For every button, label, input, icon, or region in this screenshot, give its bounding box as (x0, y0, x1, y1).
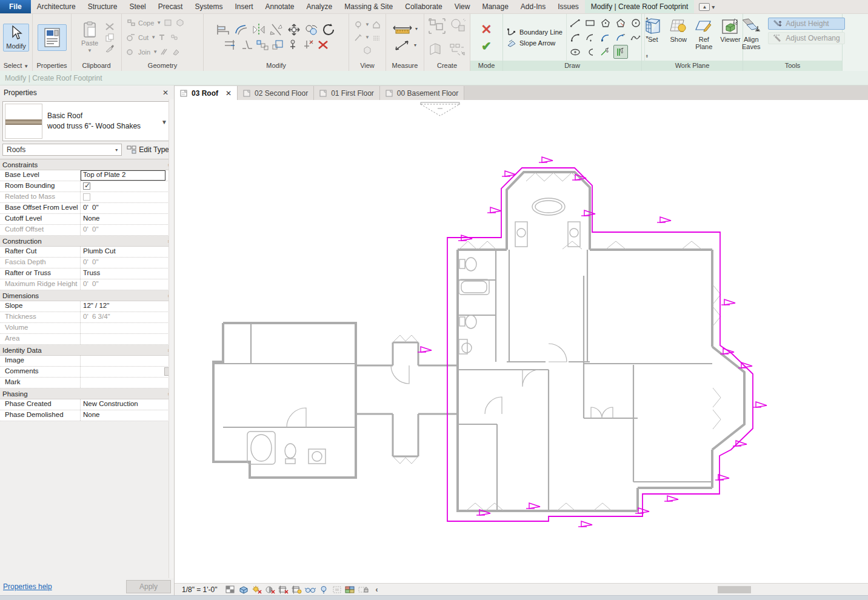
draw-center-ends-arc-tool[interactable] (583, 30, 598, 44)
adjust-height-button[interactable]: Adjust Height (768, 18, 844, 30)
base-level-input[interactable]: Top of Plate 2 (81, 170, 165, 181)
delete-icon[interactable] (316, 39, 330, 51)
trim-extend-icon[interactable] (223, 38, 239, 52)
view-tab-02-second-floor[interactable]: 02 Second Floor (238, 86, 314, 100)
tab-view[interactable]: View (449, 0, 476, 13)
section-marker[interactable] (421, 102, 459, 116)
draw-start-end-radius-arc-tool[interactable] (568, 30, 583, 44)
array-icon[interactable] (256, 39, 269, 51)
property-row-rafter-cut[interactable]: Rafter Cut Plumb Cut (0, 247, 174, 258)
show-work-plane-button[interactable]: Show (666, 16, 690, 44)
type-selector[interactable]: Basic Roof wood truss 6"- Wood Shakes ▼ (2, 101, 172, 141)
tab-manage[interactable]: Manage (476, 0, 514, 13)
tab-annotate[interactable]: Annotate (259, 0, 300, 13)
horizontal-scrollbar[interactable] (387, 585, 868, 594)
create-parts-icon[interactable] (449, 42, 467, 57)
paste-button[interactable]: Paste ▼ (78, 19, 101, 55)
move-icon[interactable] (286, 23, 302, 36)
draw-fillet-arc-tool[interactable] (613, 30, 628, 44)
panel-select-label[interactable]: Select ▼ (0, 61, 32, 71)
copy-icon[interactable] (105, 33, 115, 42)
pin-icon[interactable] (286, 39, 299, 51)
property-row-cutoff-level[interactable]: Cutoff Level None (0, 214, 174, 225)
create-similar-icon[interactable] (449, 18, 467, 35)
lightbulb-icon[interactable] (354, 21, 362, 29)
sun-path-icon[interactable] (252, 585, 262, 595)
category-filter-dropdown[interactable]: Roofs ▾ (2, 144, 122, 156)
create-group-icon[interactable] (428, 18, 446, 35)
measure-ruler-icon[interactable] (392, 24, 413, 34)
pick-walls-tool[interactable] (613, 45, 628, 59)
edit-type-button[interactable]: Edit Type (124, 144, 172, 156)
boundary-line-option[interactable]: Boundary Line (507, 28, 563, 36)
close-icon[interactable]: ✕ (225, 89, 232, 98)
scale-control[interactable]: 1/8" = 1'-0" (182, 585, 218, 594)
draw-line-tool[interactable] (568, 16, 583, 30)
walls-outer[interactable] (213, 172, 744, 512)
tab-add-ins[interactable]: Add-Ins (515, 0, 552, 13)
rafter-or-truss-value[interactable]: Truss (81, 268, 174, 279)
worksharing-display-icon[interactable] (345, 585, 356, 595)
thin-lines-brush-icon[interactable] (354, 33, 362, 42)
unpin-icon[interactable] (301, 39, 315, 51)
join-button[interactable]: Join ▼ (127, 45, 181, 59)
modify-button[interactable]: Modify (3, 24, 28, 52)
visual-style-icon[interactable] (238, 585, 249, 595)
image-value[interactable] (81, 356, 174, 366)
tab-analyze[interactable]: Analyze (301, 0, 339, 13)
base-offset-value[interactable]: 0' 0" (81, 203, 174, 213)
tab-insert[interactable]: Insert (229, 0, 259, 13)
property-row-mark[interactable]: Mark (0, 378, 174, 388)
phase-demolished-value[interactable]: None (81, 410, 174, 421)
create-assembly-icon[interactable] (428, 42, 446, 57)
tab-collaborate[interactable]: Collaborate (399, 0, 448, 13)
tab-structure[interactable]: Structure (82, 0, 124, 13)
match-type-brush-icon[interactable] (105, 44, 115, 53)
editable-only-icon[interactable] (358, 585, 369, 595)
drawing-canvas[interactable] (175, 100, 868, 583)
crop-view-icon[interactable] (278, 585, 289, 595)
tab-file[interactable]: File (0, 0, 31, 13)
split-icon[interactable] (241, 39, 254, 51)
mark-value[interactable] (81, 378, 174, 388)
align-icon[interactable] (216, 23, 232, 36)
view-tab-01-first-floor[interactable]: 01 First Floor (314, 86, 380, 100)
tab-precast[interactable]: Precast (152, 0, 189, 13)
close-icon[interactable]: ✕ (161, 88, 170, 97)
slope-arrow-option[interactable]: Slope Arrow (507, 39, 563, 47)
ref-plane-button[interactable]: Ref Plane (692, 16, 716, 52)
draw-tangent-arc-tool[interactable] (598, 30, 613, 44)
property-row-room-bounding[interactable]: Room Bounding (0, 181, 174, 192)
scale-icon[interactable] (271, 39, 284, 51)
offset-icon[interactable] (233, 23, 249, 36)
property-row-base-level[interactable]: Base Level Top of Plate 2 (0, 170, 174, 181)
pick-lines-tool[interactable] (598, 45, 613, 59)
property-row-image[interactable]: Image (0, 356, 174, 367)
draw-rectangle-tool[interactable] (583, 16, 598, 30)
property-row-phase-demolished[interactable]: Phase Demolished None (0, 410, 174, 421)
section-dimensions[interactable]: Dimensions» (0, 290, 174, 301)
section-constraints[interactable]: Constraints» (0, 159, 174, 170)
rotate-icon[interactable] (321, 23, 337, 36)
property-row-slope[interactable]: Slope 12" / 12" (0, 301, 174, 312)
tab-systems[interactable]: Systems (189, 0, 229, 13)
cope-button[interactable]: Cope ▼ (127, 16, 184, 30)
finish-sketch-button[interactable]: ✔ (481, 39, 492, 53)
cancel-sketch-button[interactable]: ✕ (481, 22, 492, 38)
align-eaves-button[interactable]: Align Eaves (738, 16, 764, 52)
properties-help-link[interactable]: Properties help (3, 582, 52, 591)
mirror-icon[interactable] (251, 23, 267, 36)
set-work-plane-button[interactable]: Set (641, 16, 665, 44)
rafter-cut-value[interactable]: Plumb Cut (81, 247, 174, 257)
draw-ellipse-tool[interactable] (568, 45, 583, 59)
guide-grid-icon[interactable] (372, 33, 381, 42)
roof-footprint-sketch[interactable] (447, 168, 753, 521)
property-row-phase-created[interactable]: Phase Created New Construction (0, 399, 174, 410)
properties-toggle-button[interactable] (38, 24, 67, 51)
tab-massing-site[interactable]: Massing & Site (338, 0, 399, 13)
section-phasing[interactable]: Phasing» (0, 388, 174, 399)
property-row-comments[interactable]: Comments (0, 367, 174, 378)
mirror-draw-axis-icon[interactable] (269, 23, 284, 36)
pan-left-icon[interactable]: ‹ (372, 585, 382, 595)
ribbon-collapse-control[interactable]: ▲ ▾ (694, 0, 719, 13)
